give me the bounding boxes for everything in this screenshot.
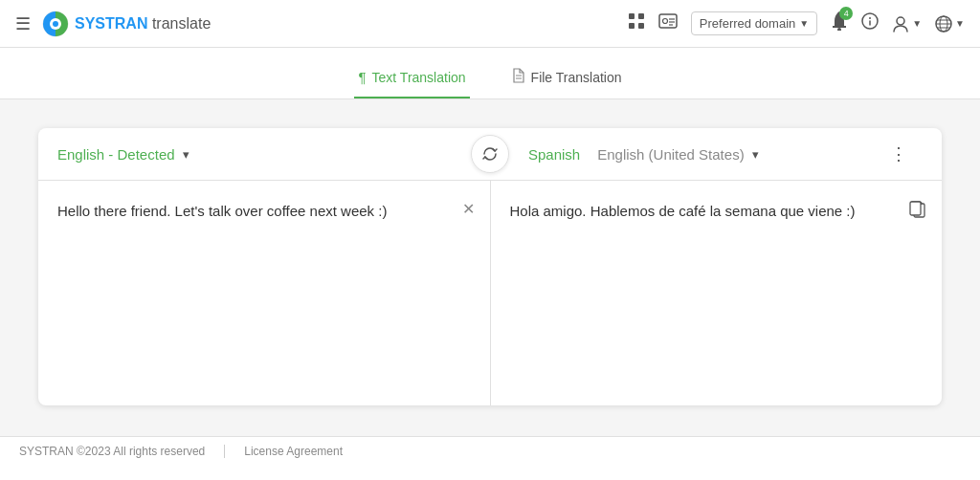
svg-point-16 bbox=[897, 17, 904, 25]
user-icon[interactable]: ▼ bbox=[892, 15, 922, 33]
tab-text-translation[interactable]: ¶ Text Translation bbox=[354, 61, 469, 98]
svg-point-12 bbox=[837, 28, 841, 31]
target-lang-chevron-icon[interactable]: ▾ bbox=[752, 147, 759, 162]
footer-divider bbox=[224, 445, 225, 458]
domain-chevron-icon: ▼ bbox=[799, 18, 809, 29]
input-panel: ✕ bbox=[38, 181, 491, 405]
file-icon bbox=[512, 68, 525, 86]
globe-icon[interactable]: ▼ bbox=[935, 15, 965, 33]
translation-card: English - Detected ▾ Spanish English (Un… bbox=[38, 128, 942, 405]
svg-rect-4 bbox=[638, 13, 644, 19]
logo-container: SYSTRAN translate bbox=[42, 11, 211, 37]
text-areas: ✕ Hola amigo. Hablemos de café la semana… bbox=[38, 181, 942, 405]
svg-rect-6 bbox=[638, 23, 644, 29]
target-lang-secondary-label: English (United States) bbox=[597, 146, 744, 163]
footer: SYSTRAN ©2023 All rights reserved Licens… bbox=[0, 436, 980, 466]
source-text-input[interactable] bbox=[57, 200, 442, 383]
svg-point-14 bbox=[869, 17, 871, 19]
svg-rect-3 bbox=[629, 13, 635, 19]
source-lang-chevron-icon[interactable]: ▾ bbox=[183, 147, 189, 162]
domain-select[interactable]: Preferred domain ▼ bbox=[691, 11, 817, 35]
header-right: Preferred domain ▼ 4 ▼ bbox=[628, 11, 965, 35]
clear-text-icon[interactable]: ✕ bbox=[462, 200, 475, 218]
header-left: ☰ SYSTRAN translate bbox=[15, 11, 211, 37]
hamburger-icon[interactable]: ☰ bbox=[15, 13, 31, 34]
copy-text-icon[interactable] bbox=[909, 200, 926, 223]
copyright-text: SYSTRAN ©2023 All rights reserved bbox=[19, 445, 205, 458]
swap-languages-button[interactable] bbox=[471, 135, 509, 173]
swap-icon bbox=[481, 145, 499, 163]
svg-point-8 bbox=[662, 19, 667, 24]
more-options-icon[interactable]: ⋮ bbox=[890, 143, 907, 164]
license-agreement-link[interactable]: License Agreement bbox=[244, 445, 343, 458]
output-panel: Hola amigo. Hablemos de café la semana q… bbox=[491, 181, 943, 405]
id-card-icon[interactable] bbox=[658, 13, 678, 33]
target-lang-primary-label: Spanish bbox=[528, 146, 580, 163]
svg-rect-5 bbox=[629, 23, 635, 29]
info-icon[interactable] bbox=[861, 12, 879, 34]
tab-file-translation[interactable]: File Translation bbox=[508, 60, 626, 99]
paragraph-icon: ¶ bbox=[358, 69, 366, 85]
systran-logo-icon bbox=[42, 11, 69, 37]
translated-text: Hola amigo. Hablemos de café la semana q… bbox=[510, 200, 924, 223]
header: ☰ SYSTRAN translate bbox=[0, 0, 980, 48]
language-bar: English - Detected ▾ Spanish English (Un… bbox=[38, 128, 942, 181]
notification-badge: 4 bbox=[839, 7, 853, 20]
grid-icon[interactable] bbox=[628, 12, 645, 34]
logo-text: SYSTRAN translate bbox=[75, 15, 211, 33]
notification-icon[interactable]: 4 bbox=[831, 11, 848, 35]
main-content: English - Detected ▾ Spanish English (Un… bbox=[0, 99, 980, 436]
source-lang-selector[interactable]: English - Detected ▾ bbox=[38, 131, 471, 178]
tabs-bar: ¶ Text Translation File Translation bbox=[0, 48, 980, 99]
svg-rect-25 bbox=[910, 202, 921, 215]
svg-point-2 bbox=[53, 21, 58, 27]
source-lang-label: English - Detected bbox=[57, 146, 175, 163]
target-lang-selector[interactable]: Spanish English (United States) ▾ ⋮ bbox=[509, 128, 942, 180]
